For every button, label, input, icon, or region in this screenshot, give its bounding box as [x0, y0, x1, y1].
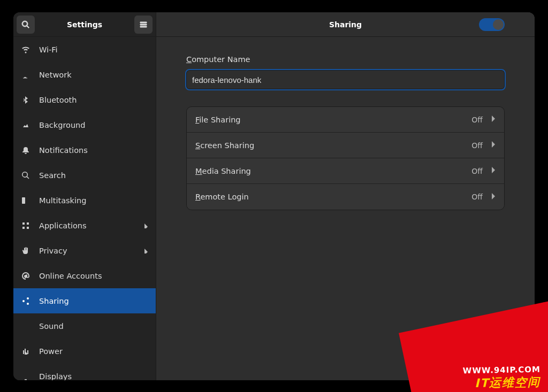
- sidebar-item-bluetooth[interactable]: Bluetooth: [13, 87, 156, 112]
- sidebar-item-label: Wi-Fi: [39, 45, 58, 54]
- sidebar-item-displays[interactable]: Displays: [13, 364, 156, 380]
- sidebar-item-applications[interactable]: Applications: [13, 213, 156, 238]
- sharing-rows: File SharingOffScreen SharingOffMedia Sh…: [186, 106, 505, 210]
- sidebar-item-wi-fi[interactable]: Wi-Fi: [13, 37, 156, 62]
- sharing-row-media-sharing[interactable]: Media SharingOff: [187, 158, 504, 184]
- multitasking-icon: [21, 196, 31, 205]
- sharing-row-file-sharing[interactable]: File SharingOff: [187, 107, 504, 133]
- sidebar-item-power[interactable]: Power: [13, 339, 156, 364]
- search-icon: [21, 20, 30, 29]
- sidebar-item-label: Privacy: [39, 247, 67, 255]
- row-status: Off: [471, 193, 483, 201]
- sidebar-item-notifications[interactable]: Notifications: [13, 137, 156, 163]
- menu-icon: [139, 20, 148, 29]
- at-icon: [21, 271, 31, 281]
- settings-window: Settings Wi-FiNetworkBluetoothBackground…: [13, 12, 535, 380]
- row-status: Off: [471, 116, 483, 124]
- close-button[interactable]: [511, 16, 529, 34]
- row-label: File Sharing: [195, 116, 241, 124]
- row-status: Off: [471, 167, 483, 175]
- sidebar-list: Wi-FiNetworkBluetoothBackgroundNotificat…: [13, 37, 156, 380]
- row-label: Remote Login: [195, 193, 249, 201]
- sidebar-item-label: Multitasking: [39, 196, 86, 205]
- network-icon: [21, 70, 31, 80]
- sidebar-item-label: Notifications: [39, 146, 88, 155]
- sidebar-item-label: Background: [39, 121, 86, 129]
- row-status: Off: [471, 141, 483, 150]
- sidebar-item-label: Power: [39, 347, 63, 356]
- sidebar-item-sharing[interactable]: Sharing: [13, 288, 156, 313]
- bell-icon: [21, 145, 31, 155]
- sidebar-item-label: Search: [39, 171, 66, 180]
- wifi-icon: [21, 45, 31, 55]
- sidebar-item-label: Sound: [39, 322, 64, 330]
- sidebar-item-privacy[interactable]: Privacy: [13, 238, 156, 263]
- chevron-right-icon: [490, 166, 496, 176]
- sidebar-item-label: Sharing: [39, 297, 69, 305]
- chevron-right-icon: [143, 247, 148, 255]
- content: Computer Name File SharingOffScreen Shar…: [156, 37, 535, 380]
- sidebar-item-network[interactable]: Network: [13, 62, 156, 87]
- main-headerbar: Sharing: [156, 12, 535, 37]
- sidebar-item-label: Bluetooth: [39, 96, 77, 104]
- search-icon: [21, 171, 31, 180]
- sidebar: Settings Wi-FiNetworkBluetoothBackground…: [13, 12, 156, 380]
- row-label: Screen Sharing: [195, 141, 254, 150]
- menu-button[interactable]: [134, 16, 153, 34]
- sidebar-item-background[interactable]: Background: [13, 112, 156, 137]
- chevron-right-icon: [143, 221, 148, 230]
- sidebar-item-search[interactable]: Search: [13, 163, 156, 188]
- sidebar-headerbar: Settings: [13, 12, 156, 37]
- computer-name-input[interactable]: [186, 70, 505, 89]
- sidebar-item-multitasking[interactable]: Multitasking: [13, 188, 156, 213]
- sidebar-item-label: Applications: [39, 221, 87, 230]
- sidebar-item-online-accounts[interactable]: Online Accounts: [13, 263, 156, 288]
- search-button[interactable]: [17, 16, 35, 34]
- sharing-master-toggle[interactable]: [479, 18, 505, 31]
- panel-title: Sharing: [156, 20, 535, 29]
- close-icon: [516, 21, 524, 28]
- background-icon: [21, 120, 31, 130]
- sidebar-item-label: Online Accounts: [39, 272, 102, 280]
- power-icon: [21, 347, 31, 356]
- main-panel: Sharing Computer Name File SharingOffScr…: [156, 12, 535, 380]
- chevron-right-icon: [490, 114, 496, 125]
- chevron-right-icon: [490, 192, 496, 202]
- sharing-row-remote-login[interactable]: Remote LoginOff: [187, 184, 504, 210]
- row-label: Media Sharing: [195, 167, 251, 175]
- speaker-icon: [21, 321, 31, 331]
- hand-icon: [21, 246, 31, 256]
- chevron-right-icon: [490, 140, 496, 150]
- sharing-row-screen-sharing[interactable]: Screen SharingOff: [187, 133, 504, 158]
- sidebar-item-label: Network: [39, 71, 72, 79]
- toggle-knob: [493, 19, 504, 30]
- display-icon: [21, 372, 31, 381]
- bluetooth-icon: [21, 95, 31, 105]
- share-icon: [21, 296, 31, 306]
- sidebar-item-label: Displays: [39, 372, 72, 381]
- computer-name-label: Computer Name: [186, 55, 505, 64]
- sidebar-item-sound[interactable]: Sound: [13, 313, 156, 339]
- apps-icon: [21, 221, 31, 230]
